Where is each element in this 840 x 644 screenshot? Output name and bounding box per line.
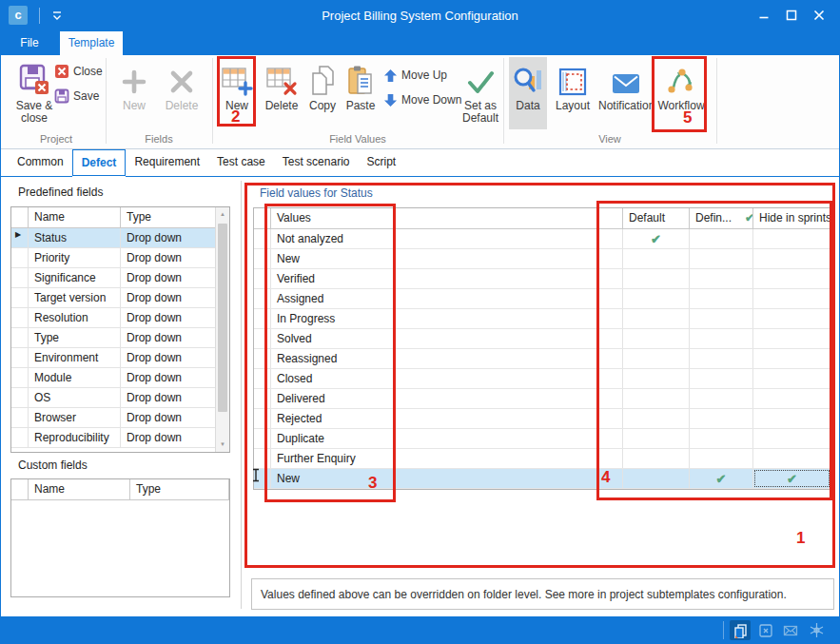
value-row[interactable]: Delivered (254, 389, 830, 409)
default-cell[interactable] (623, 429, 690, 448)
predefined-table-scrollbar[interactable]: ▲ ▼ (215, 207, 229, 452)
column-header-values[interactable]: Values (271, 208, 623, 228)
copy-button[interactable]: Copy (305, 57, 340, 129)
defined-cell[interactable] (690, 409, 753, 428)
hide-in-sprints-cell[interactable] (753, 309, 830, 328)
hide-in-sprints-cell[interactable] (753, 289, 830, 308)
hide-in-sprints-cell[interactable] (753, 449, 830, 468)
predefined-field-row[interactable]: ModuleDrop down (11, 368, 229, 388)
new-value-button[interactable]: New (218, 57, 256, 129)
close-window-button[interactable] (807, 4, 831, 27)
defined-cell[interactable] (690, 269, 753, 288)
value-row[interactable]: New (254, 249, 830, 269)
column-header-name[interactable]: Name (29, 479, 130, 499)
move-up-button[interactable]: Move Up (383, 65, 447, 86)
predefined-field-row[interactable]: BrowserDrop down (11, 408, 229, 428)
column-header-type[interactable]: Type (130, 479, 229, 499)
status-snowflake-icon[interactable] (806, 620, 827, 640)
column-header-hide-in-sprints[interactable]: Hide in sprints (753, 208, 830, 228)
status-grid-icon[interactable] (755, 620, 776, 640)
tab-file[interactable]: File (5, 31, 54, 55)
default-cell[interactable]: ✔ (623, 229, 690, 248)
save-button[interactable]: Save (54, 86, 99, 107)
hide-in-sprints-cell[interactable] (753, 269, 830, 288)
hide-in-sprints-cell[interactable] (753, 369, 830, 388)
predefined-field-row[interactable]: EnvironmentDrop down (11, 348, 229, 368)
default-cell[interactable] (623, 289, 690, 308)
default-cell[interactable] (623, 269, 690, 288)
move-down-button[interactable]: Move Down (383, 89, 461, 110)
default-cell[interactable] (623, 449, 690, 468)
view-data-button[interactable]: Data (509, 57, 547, 129)
predefined-field-row[interactable]: Target versionDrop down (11, 288, 229, 308)
default-cell[interactable] (623, 249, 690, 268)
tab-test-case[interactable]: Test case (208, 149, 274, 176)
value-row[interactable]: Assigned (254, 289, 830, 309)
defined-cell[interactable] (690, 229, 753, 248)
defined-cell[interactable] (690, 389, 753, 408)
hide-in-sprints-cell[interactable] (753, 429, 830, 448)
defined-cell[interactable] (690, 249, 753, 268)
value-row[interactable]: Closed (254, 369, 830, 389)
status-pages-icon[interactable] (730, 620, 751, 640)
predefined-field-row[interactable]: ▶StatusDrop down (11, 228, 229, 248)
column-header-defined[interactable]: Defin...✔ (690, 208, 753, 228)
predefined-field-row[interactable]: PriorityDrop down (11, 248, 229, 268)
default-cell[interactable] (623, 369, 690, 388)
hide-in-sprints-cell[interactable] (753, 249, 830, 268)
default-cell[interactable] (623, 389, 690, 408)
hide-in-sprints-cell[interactable] (753, 349, 830, 368)
tab-common[interactable]: Common (9, 149, 72, 176)
view-notification-button[interactable]: Notification (598, 57, 654, 129)
view-workflow-button[interactable]: Workflow (657, 57, 705, 129)
maximize-button[interactable] (779, 4, 804, 27)
predefined-field-row[interactable]: ReproducibilityDrop down (11, 428, 229, 448)
default-cell[interactable] (623, 309, 690, 328)
tab-script[interactable]: Script (358, 149, 404, 176)
defined-cell[interactable] (690, 289, 753, 308)
status-envelope-icon[interactable] (780, 620, 801, 640)
value-row[interactable]: Further Enquiry (254, 449, 830, 469)
default-cell[interactable] (623, 349, 690, 368)
default-cell[interactable] (623, 469, 690, 488)
value-row[interactable]: New✔✔ (254, 469, 830, 489)
column-header-type[interactable]: Type (121, 207, 216, 227)
predefined-field-row[interactable]: ResolutionDrop down (11, 308, 229, 328)
default-cell[interactable] (623, 329, 690, 348)
defined-cell[interactable]: ✔ (690, 469, 753, 488)
hide-in-sprints-cell[interactable] (753, 229, 830, 248)
predefined-field-row[interactable]: SignificanceDrop down (11, 268, 229, 288)
value-row[interactable]: Reassigned (254, 349, 830, 369)
defined-cell[interactable] (690, 449, 753, 468)
value-row[interactable]: Verified (254, 269, 830, 289)
paste-button[interactable]: Paste (342, 57, 380, 129)
column-header-default[interactable]: Default (623, 208, 690, 228)
hide-in-sprints-cell[interactable] (753, 389, 830, 408)
tab-template[interactable]: Template (60, 31, 123, 55)
hide-in-sprints-cell[interactable]: ✔ (753, 469, 830, 488)
delete-value-button[interactable]: Delete (260, 57, 303, 129)
default-cell[interactable] (623, 409, 690, 428)
defined-cell[interactable] (690, 309, 753, 328)
tab-test-scenario[interactable]: Test scenario (274, 149, 359, 176)
scroll-down-icon[interactable]: ▼ (216, 438, 229, 452)
column-header-name[interactable]: Name (29, 207, 121, 227)
predefined-field-row[interactable]: TypeDrop down (11, 328, 229, 348)
predefined-field-row[interactable]: OSDrop down (11, 388, 229, 408)
value-row[interactable]: In Progress (254, 309, 830, 329)
value-row[interactable]: Rejected (254, 409, 830, 429)
save-and-close-button[interactable]: Save & close (10, 57, 58, 129)
tab-requirement[interactable]: Requirement (126, 149, 208, 176)
scrollbar-thumb[interactable] (218, 224, 227, 412)
close-project-button[interactable]: Close (54, 61, 103, 82)
value-row[interactable]: Duplicate (254, 429, 830, 449)
hide-in-sprints-cell[interactable] (753, 329, 830, 348)
hide-in-sprints-cell[interactable] (753, 409, 830, 428)
defined-cell[interactable] (690, 329, 753, 348)
value-row[interactable]: Not analyzed✔ (254, 229, 830, 249)
defined-cell[interactable] (690, 369, 753, 388)
value-row[interactable]: Solved (254, 329, 830, 349)
tab-defect[interactable]: Defect (72, 149, 127, 176)
minimize-button[interactable] (752, 4, 776, 27)
scroll-up-icon[interactable]: ▲ (216, 207, 229, 222)
